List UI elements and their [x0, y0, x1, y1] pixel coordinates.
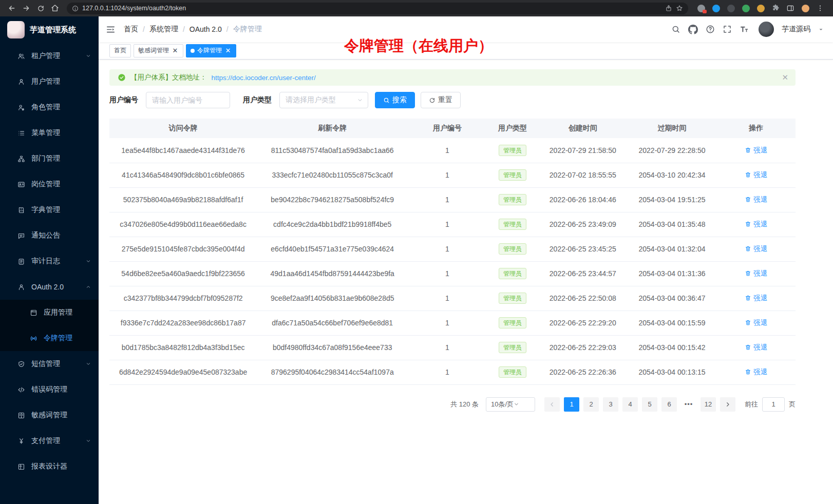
sidebar-item-oauth2-app[interactable]: 应用管理 — [0, 300, 99, 325]
chevron-down-icon — [85, 361, 91, 367]
force-logout-button[interactable]: 强退 — [745, 195, 767, 204]
next-page-button[interactable] — [720, 397, 735, 412]
sidebar-item-tenant[interactable]: 租户管理 — [0, 43, 99, 69]
font-size-icon[interactable] — [740, 25, 749, 34]
sidebar-item-label: 审计日志 — [31, 257, 85, 266]
sidebar-item-oauth2-token[interactable]: 令牌管理 — [0, 325, 99, 351]
reload-button[interactable] — [34, 2, 47, 15]
user-name[interactable]: 芋道源码 — [782, 25, 810, 34]
sidebar-item-sensitive-word[interactable]: 敏感词管理 — [0, 402, 99, 428]
sidebar-toggle-icon[interactable] — [106, 25, 116, 34]
user-type-badge: 管理员 — [499, 366, 526, 378]
user-type-select[interactable]: 请选择用户类型 — [279, 92, 368, 108]
tab-home[interactable]: 首页 — [109, 44, 131, 57]
filter-form: 用户编号 用户类型 请选择用户类型 搜索 重置 — [109, 92, 796, 108]
force-logout-button[interactable]: 强退 — [745, 244, 767, 254]
prev-page-button[interactable] — [544, 397, 560, 412]
cell-user_id: 1 — [408, 261, 487, 286]
sidebar-item-oauth2[interactable]: OAuth 2.0 — [0, 274, 99, 300]
page-2[interactable]: 2 — [583, 397, 599, 412]
github-icon[interactable] — [688, 25, 698, 34]
tab-sensitive-word[interactable]: 敏感词管理✕ — [134, 44, 183, 57]
dept-icon — [17, 154, 26, 163]
pager-more[interactable]: ••• — [681, 397, 696, 412]
cell-user_id: 1 — [408, 138, 487, 163]
alert-close-icon[interactable]: ✕ — [782, 73, 788, 82]
force-logout-button[interactable]: 强退 — [745, 146, 767, 155]
page-4[interactable]: 4 — [622, 397, 638, 412]
user-id-input[interactable] — [146, 92, 230, 108]
help-icon[interactable] — [706, 25, 715, 34]
colorful-extension-icon[interactable] — [756, 4, 765, 13]
force-logout-button[interactable]: 强退 — [745, 318, 767, 327]
close-icon[interactable]: ✕ — [172, 47, 179, 54]
reset-button[interactable]: 重置 — [421, 92, 461, 108]
force-logout-button[interactable]: 强退 — [745, 367, 767, 377]
sidebar-item-dept[interactable]: 部门管理 — [0, 146, 99, 171]
cell-user_id: 1 — [408, 286, 487, 311]
sidebar-item-dict[interactable]: 字典管理 — [0, 197, 99, 223]
sidebar-item-post[interactable]: 岗位管理 — [0, 171, 99, 197]
force-logout-button[interactable]: 强退 — [745, 170, 767, 180]
app-title: 芋道管理系统 — [30, 25, 76, 35]
sidebar-item-label: 应用管理 — [44, 308, 91, 317]
doc-link[interactable]: https://doc.iocoder.cn/user-center/ — [212, 74, 316, 82]
sidebar-item-sms[interactable]: 短信管理 — [0, 351, 99, 377]
trash-icon — [745, 319, 751, 326]
cell-created: 2022-06-25 23:45:25 — [538, 237, 628, 261]
goto-page-input[interactable] — [762, 397, 785, 412]
profile-avatar[interactable] — [801, 4, 810, 13]
trash-icon — [745, 196, 751, 203]
dict-icon — [17, 206, 26, 215]
cell-user_id: 1 — [408, 187, 487, 212]
home-button[interactable] — [48, 2, 62, 15]
sidebar-item-report-designer[interactable]: 报表设计器 — [0, 454, 99, 479]
breadcrumb-item[interactable]: OAuth 2.0 — [190, 25, 222, 33]
puzzle-extension-icon[interactable] — [771, 4, 780, 13]
sidebar-item-menu[interactable]: 菜单管理 — [0, 120, 99, 146]
force-logout-button[interactable]: 强退 — [745, 269, 767, 278]
select-placeholder: 请选择用户类型 — [286, 95, 357, 105]
page-size-select[interactable]: 10条/页 — [486, 397, 535, 412]
fullscreen-icon[interactable] — [723, 25, 732, 34]
sidebar-item-audit-log[interactable]: 审计日志 — [0, 248, 99, 274]
green-extension-icon[interactable] — [741, 4, 750, 13]
sidebar-item-user[interactable]: 用户管理 — [0, 69, 99, 94]
force-logout-button[interactable]: 强退 — [745, 220, 767, 229]
force-logout-button[interactable]: 强退 — [745, 294, 767, 303]
page-1[interactable]: 1 — [564, 397, 579, 412]
tab-oauth2-token[interactable]: 令牌管理✕ — [186, 44, 236, 57]
sidebar-item-error-code[interactable]: 错误码管理 — [0, 377, 99, 402]
share-icon[interactable] — [665, 5, 672, 12]
user-avatar[interactable] — [759, 22, 774, 37]
cell-user_id: 1 — [408, 360, 487, 384]
page-3[interactable]: 3 — [603, 397, 618, 412]
app-logo[interactable]: 芋道管理系统 — [0, 16, 99, 43]
sidebar-item-role[interactable]: 角色管理 — [0, 94, 99, 120]
breadcrumb-item[interactable]: 首页 — [124, 25, 138, 34]
page-6[interactable]: 6 — [661, 397, 677, 412]
force-logout-button[interactable]: 强退 — [745, 343, 767, 352]
search-button[interactable]: 搜索 — [375, 92, 415, 108]
dark-extension-icon[interactable] — [726, 4, 735, 13]
browser-menu-icon[interactable] — [816, 4, 825, 13]
side-panel-icon[interactable] — [786, 4, 795, 13]
back-button[interactable] — [5, 2, 18, 15]
breadcrumb-item[interactable]: 系统管理 — [149, 25, 178, 34]
site-info-icon[interactable] — [72, 5, 79, 12]
chevron-down-icon[interactable] — [818, 27, 824, 32]
cell-user_id: 1 — [408, 212, 487, 237]
page-12[interactable]: 12 — [701, 397, 716, 412]
pagination: 共 120 条 10条/页 123456•••12 前往 页 — [109, 397, 796, 412]
search-icon[interactable] — [671, 25, 680, 34]
sidebar-item-notice[interactable]: 通知公告 — [0, 223, 99, 248]
forward-button[interactable] — [20, 2, 33, 15]
address-bar[interactable]: 127.0.0.1:1024/system/oauth2/token — [67, 3, 688, 14]
extension-grid-badge-icon[interactable] — [696, 4, 706, 13]
twitter-extension-icon[interactable] — [711, 4, 721, 13]
bookmark-star-icon[interactable] — [676, 5, 683, 12]
sidebar-item-pay[interactable]: 支付管理 — [0, 428, 99, 454]
sidebar-item-label: OAuth 2.0 — [31, 283, 85, 291]
page-5[interactable]: 5 — [642, 397, 657, 412]
close-icon[interactable]: ✕ — [224, 47, 232, 54]
